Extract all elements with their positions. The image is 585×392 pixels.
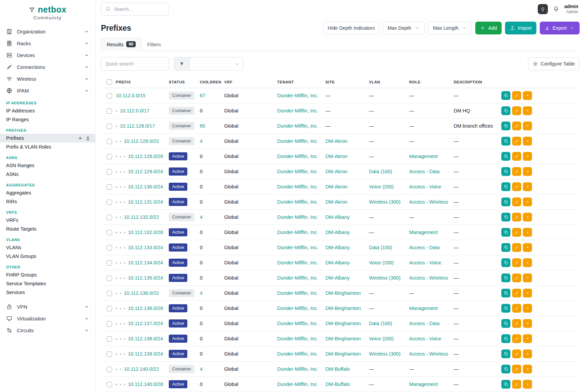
tenant-link[interactable]: Dunder-Mifflin, Inc. xyxy=(277,382,318,387)
row-checkbox[interactable] xyxy=(107,291,112,296)
row-dropdown-button[interactable] xyxy=(523,243,532,252)
site-link[interactable]: DM-Albany xyxy=(325,260,350,265)
prefix-link[interactable]: 10.112.136.0/22 xyxy=(124,290,159,296)
tenant-link[interactable]: Dunder-Mifflin, Inc. xyxy=(277,230,318,235)
tenant-link[interactable]: Dunder-Mifflin, Inc. xyxy=(277,321,318,326)
quick-search-input[interactable] xyxy=(101,57,169,71)
edit-button[interactable] xyxy=(512,91,521,100)
vlan-link[interactable]: Data (100) xyxy=(369,169,392,174)
row-checkbox[interactable] xyxy=(107,321,112,326)
prefix-link[interactable]: 10.112.138.0/24 xyxy=(128,336,163,341)
children-count-link[interactable]: 65 xyxy=(200,123,205,129)
row-dropdown-button[interactable] xyxy=(523,349,532,358)
site-link[interactable]: DM-Albany xyxy=(325,214,350,220)
copy-button[interactable] xyxy=(501,228,510,237)
site-link[interactable]: DM-Binghamton xyxy=(325,351,361,357)
copy-button[interactable] xyxy=(501,182,510,191)
row-dropdown-button[interactable] xyxy=(523,137,532,146)
row-checkbox[interactable] xyxy=(107,276,112,281)
tenant-link[interactable]: Dunder-Mifflin, Inc. xyxy=(277,290,318,296)
edit-button[interactable] xyxy=(512,167,521,176)
row-checkbox[interactable] xyxy=(107,351,112,357)
row-dropdown-button[interactable] xyxy=(523,152,532,161)
edit-button[interactable] xyxy=(512,198,521,206)
row-dropdown-button[interactable] xyxy=(523,334,532,343)
row-checkbox[interactable] xyxy=(107,367,112,372)
column-header-status[interactable]: STATUS xyxy=(169,76,200,88)
vlan-link[interactable]: Wireless (300) xyxy=(369,199,400,205)
role-link[interactable]: Access - Wireless xyxy=(409,199,448,205)
row-checkbox[interactable] xyxy=(107,382,112,387)
row-checkbox[interactable] xyxy=(107,154,112,159)
copy-button[interactable] xyxy=(501,304,510,313)
role-link[interactable]: Access - Wireless xyxy=(409,351,448,357)
row-checkbox[interactable] xyxy=(107,245,112,251)
edit-button[interactable] xyxy=(512,319,521,328)
vlan-link[interactable]: Wireless (300) xyxy=(369,275,400,281)
sidebar-item-connections[interactable]: Connections xyxy=(0,61,95,73)
row-dropdown-button[interactable] xyxy=(523,198,532,206)
column-header-role[interactable]: ROLE xyxy=(409,76,454,88)
copy-button[interactable] xyxy=(501,273,510,282)
sidebar-item-aggregates[interactable]: Aggregates xyxy=(0,188,95,197)
row-checkbox[interactable] xyxy=(107,93,112,99)
children-count-link[interactable]: 4 xyxy=(200,366,203,372)
site-link[interactable]: DM-Buffalo xyxy=(325,382,350,387)
vlan-link[interactable]: Wireless (300) xyxy=(369,351,400,357)
tenant-link[interactable]: Dunder-Mifflin, Inc. xyxy=(277,260,318,265)
role-link[interactable]: Access - Data xyxy=(409,169,440,174)
row-dropdown-button[interactable] xyxy=(523,304,532,313)
copy-button[interactable] xyxy=(501,258,510,267)
sidebar-item-ip-addresses[interactable]: IP Addresses xyxy=(0,106,95,115)
prefix-link[interactable]: 10.112.132.0/28 xyxy=(128,230,163,235)
column-header-children[interactable]: CHILDREN xyxy=(200,76,224,88)
prefix-link[interactable]: 10.112.0.0/17 xyxy=(120,108,150,113)
copy-button[interactable] xyxy=(501,334,510,343)
copy-button[interactable] xyxy=(501,152,510,161)
tenant-link[interactable]: Dunder-Mifflin, Inc. xyxy=(277,306,318,311)
prefix-link[interactable]: 10.112.131.0/24 xyxy=(128,199,163,205)
prefix-link[interactable]: 10.112.128.0/17 xyxy=(120,123,155,129)
prefix-link[interactable]: 10.112.140.0/28 xyxy=(128,382,163,387)
row-dropdown-button[interactable] xyxy=(523,289,532,297)
row-dropdown-button[interactable] xyxy=(523,182,532,191)
user-menu[interactable]: admin Admin xyxy=(564,4,578,15)
saved-filter-select[interactable] xyxy=(189,57,243,71)
copy-button[interactable] xyxy=(501,198,510,206)
copy-button[interactable] xyxy=(501,167,510,176)
select-all-checkbox[interactable] xyxy=(107,79,112,85)
row-checkbox[interactable] xyxy=(107,260,112,266)
sidebar-item-services[interactable]: Services xyxy=(0,288,95,297)
copy-button[interactable] xyxy=(501,380,510,389)
theme-toggle-button[interactable] xyxy=(538,4,548,14)
role-link[interactable]: Access - Wireless xyxy=(409,275,448,281)
role-link[interactable]: Management xyxy=(409,306,438,311)
vlan-link[interactable]: Data (100) xyxy=(369,245,392,250)
tenant-link[interactable]: Dunder-Mifflin, Inc. xyxy=(277,93,318,98)
edit-button[interactable] xyxy=(512,334,521,343)
sidebar-item-prefix-vlan-roles[interactable]: Prefix & VLAN Roles xyxy=(0,142,95,151)
sidebar-item-ipam[interactable]: IPAM xyxy=(0,85,95,97)
tenant-link[interactable]: Dunder-Mifflin, Inc. xyxy=(277,184,318,189)
row-checkbox[interactable] xyxy=(107,336,112,342)
sidebar-item-asns[interactable]: ASNs xyxy=(0,170,95,179)
edit-button[interactable] xyxy=(512,258,521,267)
edit-button[interactable] xyxy=(512,304,521,313)
copy-button[interactable] xyxy=(501,365,510,373)
children-count-link[interactable]: 4 xyxy=(200,214,203,220)
prefix-link[interactable]: 10.112.0.0/15 xyxy=(116,93,145,98)
role-link[interactable]: Access - Voice xyxy=(409,336,441,341)
row-checkbox[interactable] xyxy=(107,200,112,205)
prefix-link[interactable]: 10.112.139.0/24 xyxy=(128,351,163,357)
row-checkbox[interactable] xyxy=(107,230,112,235)
sidebar-item-vlans[interactable]: VLANs xyxy=(0,243,95,252)
row-dropdown-button[interactable] xyxy=(523,380,532,389)
children-count-link[interactable]: 4 xyxy=(200,138,203,144)
global-search-input[interactable] xyxy=(114,6,175,12)
role-link[interactable]: Access - Voice xyxy=(409,260,441,265)
row-checkbox[interactable] xyxy=(107,139,112,144)
site-link[interactable]: DM-Binghamton xyxy=(325,290,361,296)
row-dropdown-button[interactable] xyxy=(523,106,532,115)
edit-button[interactable] xyxy=(512,289,521,297)
prefix-link[interactable]: 10.112.140.0/22 xyxy=(124,366,159,372)
